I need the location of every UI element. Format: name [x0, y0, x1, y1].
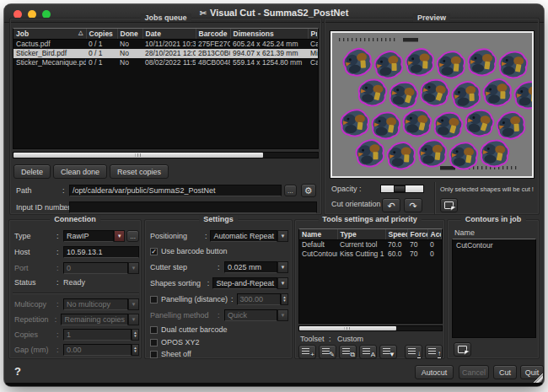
use-barcode-checkbox[interactable]: ✓ [150, 248, 158, 255]
duplicate-tool-button[interactable]: ⧉ [339, 345, 357, 359]
sticker-shape[interactable] [469, 49, 497, 75]
job-row[interactable]: Cactus.pdf0 / 1No10/11/2021 10:33275FE27… [13, 40, 318, 49]
path-settings-button[interactable]: ⚙ [301, 184, 316, 197]
export-toolset-button[interactable]: ↑ [425, 345, 443, 359]
tool-row[interactable]: DefaultCurrent tool70.0700 [299, 240, 442, 250]
path-input[interactable]: /opt/caldera/var/public/SummaS2_PostNet [69, 185, 282, 196]
sticker-shape[interactable] [480, 139, 509, 167]
copies-stepper[interactable]: 1 ▲▼ [63, 329, 139, 341]
input-id-field[interactable] [69, 201, 317, 213]
dropdown-icon[interactable]: ▼ [277, 261, 288, 273]
sticker-shape[interactable] [495, 110, 527, 141]
resize-grip[interactable] [533, 373, 543, 383]
sort-tools-desc-button[interactable]: ▼ [379, 345, 397, 359]
gap-stepper[interactable]: 0.00 ▲▼ [63, 344, 139, 356]
connection-type-select[interactable]: RawIP ▼ [63, 230, 125, 242]
sticker-shape[interactable] [514, 81, 532, 109]
spinner-arrows-icon[interactable]: ▲▼ [132, 329, 139, 341]
clean-done-button[interactable]: Clean done [53, 164, 107, 179]
col-done[interactable]: Done [117, 29, 142, 40]
panelling-method-select[interactable]: Quick ▼ [224, 309, 288, 321]
connection-browse-button[interactable]: ... [126, 230, 139, 242]
panelling-distance-stepper[interactable]: 300.00 ▲▼ [237, 293, 288, 305]
add-tool-button[interactable]: + [298, 345, 316, 359]
sticker-shape[interactable] [372, 112, 400, 139]
tool-row[interactable]: CutContourKiss Cutting 160.0700 [299, 250, 442, 259]
sticker-shape[interactable] [402, 109, 432, 137]
contours-list[interactable]: CutContour [452, 239, 536, 338]
sticker-shape[interactable] [386, 142, 416, 170]
col-printer[interactable]: Prin [308, 29, 318, 40]
col-job[interactable]: △Job [13, 29, 86, 40]
preview-stickers[interactable] [332, 33, 532, 176]
positioning-select[interactable]: Automatic Repeat ▼ [210, 230, 288, 242]
sticker-shape[interactable] [418, 140, 447, 167]
select-contour-button[interactable] [454, 342, 471, 357]
sticker-shape[interactable] [373, 50, 404, 80]
jobs-table-hscrollbar[interactable] [13, 152, 319, 158]
sticker-shape[interactable] [355, 138, 386, 168]
col-dimensions[interactable]: Dimensions [230, 29, 308, 40]
sticker-shape[interactable] [437, 51, 465, 78]
sticker-shape[interactable] [388, 80, 419, 110]
dropdown-icon[interactable]: ▼ [277, 277, 288, 289]
sticker-shape[interactable] [482, 78, 513, 107]
sticker-shape[interactable] [449, 142, 477, 169]
col-date[interactable]: Date [142, 29, 196, 40]
spinner-arrows-icon[interactable]: ▲▼ [281, 293, 288, 305]
tools-table-header[interactable]: NameTypeSpeedForceAccel [299, 229, 442, 240]
rotate-right-button[interactable]: ↷ [404, 198, 422, 212]
sticker-shape[interactable] [357, 78, 388, 107]
contours-column-header: Name [454, 228, 475, 237]
multicopy-select[interactable]: No multicopy ▼ [63, 298, 139, 310]
jobs-table[interactable]: △Job Copies Done Date Barcode Dimensions… [13, 28, 319, 149]
dual-cutter-checkbox[interactable] [150, 326, 158, 334]
sticker-shape[interactable] [499, 51, 528, 78]
browse-path-button[interactable]: ... [284, 185, 297, 196]
rotate-left-button[interactable]: ↶ [382, 198, 400, 212]
dropdown-icon[interactable]: ▼ [277, 230, 288, 242]
sticker-shape[interactable] [450, 80, 482, 110]
cut-button[interactable]: Cut [493, 365, 517, 379]
host-input[interactable]: 10.59.13.1 [63, 246, 139, 258]
sticker-shape[interactable] [405, 48, 435, 77]
sticker-shape[interactable] [341, 46, 373, 78]
repetition-select[interactable]: Remaining copies ▼ [61, 314, 139, 325]
opacity-slider[interactable] [380, 185, 424, 193]
port-select[interactable]: 0 ▼ [63, 262, 139, 274]
dropdown-icon[interactable]: ▼ [114, 230, 125, 242]
opos-checkbox[interactable] [150, 339, 158, 346]
dropdown-icon[interactable]: ▼ [128, 298, 139, 310]
help-button[interactable]: ? [14, 365, 21, 378]
preview-canvas[interactable] [330, 31, 534, 178]
cutter-step-select[interactable]: 0.025 mm ▼ [224, 261, 288, 273]
jobs-table-header[interactable]: △Job Copies Done Date Barcode Dimensions… [13, 29, 318, 40]
cancel-button[interactable]: Cancel [459, 365, 489, 379]
col-barcode[interactable]: Barcode [196, 29, 230, 40]
col-copies[interactable]: Copies [86, 29, 117, 40]
tools-table[interactable]: NameTypeSpeedForceAccel DefaultCurrent t… [298, 228, 443, 324]
sticker-shape[interactable] [341, 110, 368, 137]
sticker-shape[interactable] [432, 110, 464, 140]
opacity-slider-handle[interactable] [394, 185, 406, 192]
sticker-shape[interactable] [464, 107, 496, 138]
tools-table-hscrollbar[interactable] [298, 325, 443, 331]
delete-button[interactable]: Delete [13, 164, 51, 179]
reset-copies-button[interactable]: Reset copies [110, 164, 169, 179]
import-toolset-button[interactable]: ↓ [405, 345, 422, 359]
shapes-sorting-select[interactable]: Step-and-Repeat ▼ [212, 277, 288, 289]
sheet-off-checkbox[interactable] [150, 351, 158, 358]
job-row[interactable]: Sticker_Bird.pdf0 / 1No28/10/2021 12:042… [13, 49, 318, 58]
sticker-shape[interactable] [418, 77, 450, 108]
select-shapes-button[interactable] [440, 198, 458, 212]
contour-item[interactable]: CutContour [453, 239, 535, 251]
panelling-checkbox[interactable] [150, 296, 158, 303]
autocut-button[interactable]: Autocut [415, 365, 454, 379]
sort-tools-asc-button[interactable]: A [359, 345, 377, 359]
dropdown-icon[interactable]: ▼ [128, 314, 139, 325]
edit-tool-button[interactable]: ✎ [319, 345, 336, 359]
job-row[interactable]: Sticker_Mecanique.pdf0 / 1No08/02/2022 1… [13, 58, 318, 67]
spinner-arrows-icon[interactable]: ▲▼ [132, 344, 139, 356]
dropdown-icon[interactable]: ▼ [277, 309, 288, 321]
dropdown-icon[interactable]: ▼ [128, 262, 139, 274]
